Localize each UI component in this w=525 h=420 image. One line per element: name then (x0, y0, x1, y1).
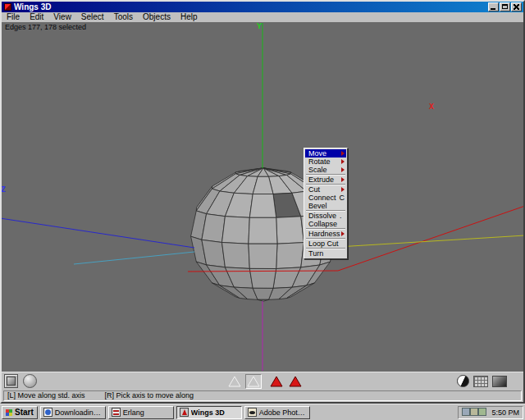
menu-item-turn[interactable]: Turn (305, 249, 346, 258)
app-window: Wings 3D FileEditViewSelectToolsObjectsH… (0, 0, 525, 404)
status-right-hint: [R] Pick axis to move along (105, 391, 194, 400)
menu-item-dissolve[interactable]: Dissolve. (305, 212, 346, 220)
menu-item-label: Move (308, 149, 326, 158)
menu-item-scale[interactable]: Scale (305, 166, 346, 174)
title-bar[interactable]: Wings 3D (2, 2, 523, 12)
triangle-icon (228, 376, 241, 387)
menu-item-extrude[interactable]: Extrude (305, 176, 346, 184)
menu-file[interactable]: File (2, 12, 25, 22)
gradient-icon[interactable] (492, 376, 507, 387)
status-left-hint: [L] Move along std. axis (7, 391, 85, 400)
taskbar: Start Downloading File: /wings/...Erlang… (0, 404, 525, 420)
viewport[interactable]: Edges 177, 178 selected MoveRotateScaleE… (2, 22, 523, 372)
triangle-icon (270, 376, 283, 387)
taskbar-button-wings-3d[interactable]: Wings 3D (176, 406, 242, 419)
toolbar-mode-buttons (226, 374, 304, 389)
menu-select[interactable]: Select (76, 12, 109, 22)
tray-icon-area (462, 408, 486, 418)
menu-item-label: Loop Cut (308, 240, 339, 248)
menu-item-label: Rotate (308, 158, 331, 166)
menu-item-label: Turn (308, 249, 323, 258)
toolbar-right-icons (457, 375, 507, 387)
taskbar-button-adobe-photoshop[interactable]: Adobe Photoshop (244, 406, 310, 419)
windows-logo-icon (6, 409, 12, 416)
triangle-outline-button-2[interactable] (245, 374, 262, 389)
taskbar-button-label: Adobe Photoshop (259, 409, 307, 417)
menu-item-bevel[interactable]: Bevel (305, 202, 346, 210)
menu-bar: FileEditViewSelectToolsObjectsHelp (2, 12, 523, 22)
toolbar (2, 372, 523, 390)
menu-item-loop-cut[interactable]: Loop Cut (305, 240, 346, 248)
menu-item-label: Cut (308, 185, 320, 194)
menu-item-hotkey: C (340, 194, 345, 202)
system-tray: 5:50 PM (458, 406, 523, 419)
menu-objects[interactable]: Objects (138, 12, 176, 22)
menu-item-hardness[interactable]: Hardness (305, 230, 346, 238)
task-button-area: Downloading File: /wings/...ErlangWings … (40, 406, 310, 419)
scene-canvas (2, 22, 523, 372)
minimize-button[interactable] (488, 2, 499, 11)
taskbar-button-label: Wings 3D (191, 409, 225, 417)
menu-item-cut[interactable]: Cut (305, 185, 346, 194)
context-menu: MoveRotateScaleExtrudeCutConnectCBevelDi… (304, 148, 348, 259)
triangle-outline-button-1[interactable] (226, 374, 243, 389)
menu-item-hotkey: . (340, 212, 342, 220)
app-icon (4, 3, 11, 11)
menu-view[interactable]: View (48, 12, 76, 22)
erlang-icon (112, 408, 121, 417)
sphere-icon[interactable] (23, 374, 37, 388)
menu-item-label: Hardness (308, 230, 340, 238)
triangle-icon (289, 376, 302, 387)
contrast-icon[interactable] (457, 375, 469, 387)
taskbar-clock: 5:50 PM (491, 409, 519, 417)
taskbar-button-downloading-file-wings[interactable]: Downloading File: /wings/... (40, 406, 106, 419)
submenu-marker-icon (341, 167, 345, 172)
menu-item-label: Scale (308, 166, 327, 174)
menu-item-connect[interactable]: ConnectC (305, 194, 346, 202)
maximize-icon (502, 4, 508, 9)
download-icon (43, 408, 52, 417)
menu-item-label: Extrude (308, 176, 334, 184)
toolbar-left-icons (4, 374, 37, 388)
menu-item-move[interactable]: Move (305, 149, 346, 158)
triangle-solid-button-2[interactable] (287, 374, 304, 389)
grid-icon[interactable] (473, 376, 488, 387)
taskbar-button-erlang[interactable]: Erlang (108, 406, 174, 419)
maximize-button[interactable] (500, 2, 510, 11)
selection-info: Edges 177, 178 selected (5, 23, 86, 31)
display-icon[interactable] (470, 408, 478, 416)
menu-item-rotate[interactable]: Rotate (305, 158, 346, 166)
menu-item-collapse[interactable]: Collapse (305, 220, 346, 228)
axis-label-y: Y (257, 23, 262, 31)
cube-icon[interactable] (4, 374, 18, 388)
volume-icon[interactable] (462, 408, 470, 416)
submenu-marker-icon (341, 151, 345, 156)
axis-label-x: X (429, 103, 434, 112)
menu-tools[interactable]: Tools (109, 12, 138, 22)
menu-item-label: Bevel (308, 202, 327, 210)
z-axis-line (2, 218, 194, 248)
menu-edit[interactable]: Edit (25, 12, 48, 22)
close-icon (514, 4, 519, 10)
status-message: [L] Move along std. axis [R] Pick axis t… (3, 390, 522, 401)
wings-icon (180, 408, 189, 417)
menu-item-label: Collapse (308, 220, 337, 228)
submenu-marker-icon (341, 159, 345, 164)
status-bar: [L] Move along std. axis [R] Pick axis t… (2, 390, 523, 402)
submenu-marker-icon (341, 187, 345, 192)
menu-item-label: Dissolve (308, 212, 336, 220)
menu-help[interactable]: Help (176, 12, 203, 22)
minimize-icon (491, 8, 495, 10)
start-button[interactable]: Start (2, 406, 38, 419)
taskbar-button-label: Erlang (123, 409, 144, 417)
triangle-icon (247, 376, 260, 387)
neg-x-axis-line (338, 235, 523, 247)
taskbar-button-label: Downloading File: /wings/... (55, 409, 103, 417)
start-label: Start (15, 408, 34, 417)
photoshop-icon (248, 408, 257, 417)
triangle-solid-button-1[interactable] (268, 374, 285, 389)
window-title: Wings 3D (14, 2, 487, 12)
network-icon[interactable] (478, 408, 486, 416)
neg-z-axis-line (74, 252, 194, 264)
close-button[interactable] (511, 2, 522, 11)
